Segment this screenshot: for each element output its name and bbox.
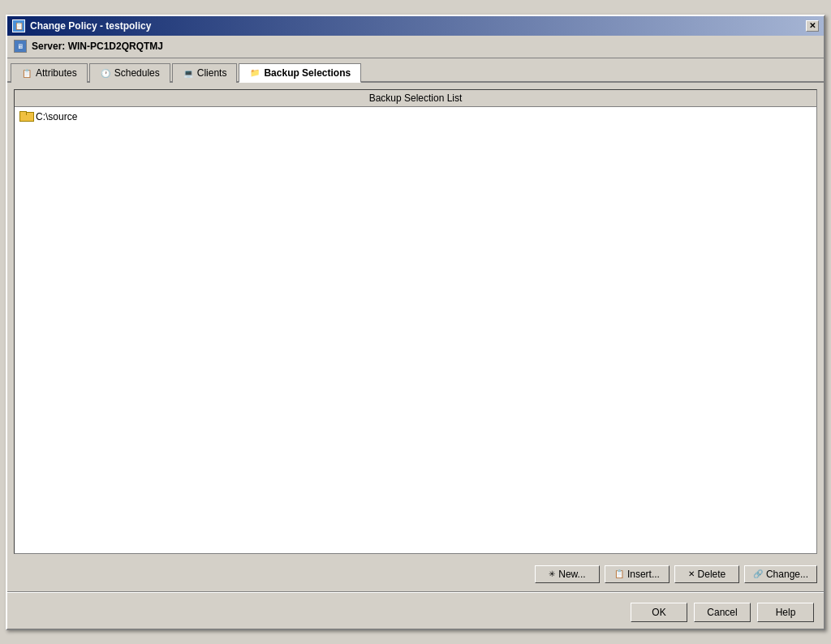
server-label: Server: WIN-PC1D2QRQTMJ — [32, 41, 163, 52]
backup-selections-tab-icon: 📁 — [249, 67, 260, 79]
server-icon: 🖥 — [14, 40, 27, 53]
tab-backup-selections[interactable]: 📁 Backup Selections — [239, 63, 361, 83]
title-bar: 📋 Change Policy - testpolicy ✕ — [7, 16, 824, 36]
insert-button[interactable]: 📋 Insert... — [605, 565, 670, 583]
backup-selection-list-container: Backup Selection List C:\source — [14, 89, 817, 554]
footer-buttons: OK Cancel Help — [7, 596, 824, 629]
tab-schedules-label: Schedules — [114, 67, 160, 79]
delete-button[interactable]: ✕ Delete — [674, 565, 739, 583]
delete-button-icon: ✕ — [688, 569, 695, 578]
tab-clients[interactable]: 💻 Clients — [172, 63, 238, 83]
folder-icon-wrap — [19, 110, 32, 123]
change-button-icon: 🔗 — [753, 569, 763, 578]
tab-attributes-label: Attributes — [36, 67, 77, 79]
clients-tab-icon: 💻 — [183, 67, 194, 79]
server-bar: 🖥 Server: WIN-PC1D2QRQTMJ — [7, 36, 824, 58]
dialog-icon: 📋 — [12, 19, 25, 32]
tab-schedules[interactable]: 🕐 Schedules — [89, 63, 170, 83]
new-button-icon: ✳ — [549, 569, 555, 578]
list-item[interactable]: C:\source — [16, 109, 815, 125]
delete-button-label: Delete — [698, 569, 726, 580]
list-body: C:\source — [15, 107, 816, 553]
tab-backup-selections-label: Backup Selections — [264, 67, 351, 79]
change-button[interactable]: 🔗 Change... — [744, 565, 817, 583]
change-policy-dialog: 📋 Change Policy - testpolicy ✕ 🖥 Server:… — [6, 15, 825, 630]
schedules-tab-icon: 🕐 — [100, 67, 111, 79]
new-button-label: New... — [558, 569, 585, 580]
tab-bar: 📋 Attributes 🕐 Schedules 💻 Clients 📁 Bac… — [7, 58, 824, 83]
insert-button-label: Insert... — [627, 569, 660, 580]
ok-button[interactable]: OK — [631, 603, 687, 622]
window-title: Change Policy - testpolicy — [30, 20, 151, 32]
action-buttons-row: ✳ New... 📋 Insert... ✕ Delete 🔗 Change..… — [7, 560, 824, 588]
tab-attributes[interactable]: 📋 Attributes — [11, 63, 88, 83]
list-header: Backup Selection List — [15, 90, 816, 107]
folder-icon — [19, 111, 32, 122]
title-bar-left: 📋 Change Policy - testpolicy — [12, 19, 151, 32]
attributes-tab-icon: 📋 — [21, 67, 32, 79]
new-button[interactable]: ✳ New... — [535, 565, 600, 583]
list-item-path: C:\source — [36, 111, 77, 122]
tab-clients-label: Clients — [197, 67, 227, 79]
separator — [7, 591, 824, 593]
insert-button-icon: 📋 — [614, 569, 624, 578]
change-button-label: Change... — [766, 569, 808, 580]
help-button[interactable]: Help — [757, 603, 814, 622]
close-button[interactable]: ✕ — [806, 20, 819, 32]
cancel-button[interactable]: Cancel — [694, 603, 751, 622]
content-area: Backup Selection List C:\source — [7, 83, 824, 560]
